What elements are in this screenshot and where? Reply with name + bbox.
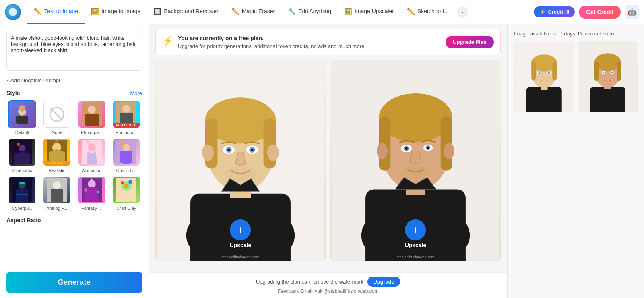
image-card-inner-1: + Upscale stablediffusionweb.com: [155, 60, 326, 261]
background-remover-icon: 🔲: [153, 8, 161, 15]
sketch-icon: ✏️: [407, 8, 415, 15]
credit-icon: ⚡: [539, 9, 546, 15]
style-label-default: Default: [15, 130, 29, 135]
style-img-none: [43, 101, 70, 128]
style-item-fantasy[interactable]: Fantasy ...: [76, 176, 107, 211]
feedback-text: Feedback Email: yuki@stablediffusionweb.…: [153, 288, 503, 294]
watermark-notice: Upgrading the plan can remove the waterm…: [153, 277, 503, 287]
style-item-photo1[interactable]: Photogra...: [76, 100, 107, 135]
style-item-photo2[interactable]: FEATURED Photogra...: [111, 100, 142, 135]
upscale-button-1[interactable]: + Upscale: [230, 219, 252, 248]
style-thumb-default: [8, 100, 36, 128]
add-negative-prompt[interactable]: › Add Negative Prompt: [6, 77, 142, 83]
svg-point-93: [603, 72, 604, 73]
style-item-realistic[interactable]: BETA Realistic: [41, 138, 72, 173]
nav-more-chevron[interactable]: ›: [457, 6, 468, 18]
sidebar-inner: › Add Negative Prompt Style More Default: [0, 24, 149, 267]
prompt-input[interactable]: [6, 31, 142, 71]
style-item-cyber[interactable]: Cyberpu...: [6, 176, 38, 211]
svg-point-33: [84, 188, 87, 192]
svg-rect-1: [16, 116, 28, 124]
style-item-cinematic[interactable]: Cinematic: [6, 138, 38, 173]
style-item-comic[interactable]: Comic B...: [111, 138, 142, 173]
svg-point-71: [400, 165, 431, 178]
thumbnail-grid: [514, 41, 638, 112]
svg-point-12: [19, 145, 25, 151]
style-label-fantasy: Fantasy ...: [81, 206, 102, 211]
style-item-animation[interactable]: Animation: [76, 138, 107, 173]
image-card-inner-2: + Upscale stablediffusionweb.com: [330, 60, 501, 261]
style-item-default[interactable]: Default: [6, 100, 38, 135]
sidebar-footer: Generate: [0, 267, 149, 298]
get-credit-button[interactable]: Get Credit: [579, 6, 621, 19]
logo[interactable]: [5, 4, 21, 20]
thumbnail-1[interactable]: [514, 41, 574, 112]
style-thumb-photo2: FEATURED: [112, 100, 140, 128]
style-thumb-none: [43, 100, 71, 128]
style-item-craft[interactable]: Craft Clay: [111, 176, 142, 211]
tab-image-upscaler-label: Image Upscaler: [355, 8, 394, 14]
svg-point-95: [611, 72, 613, 73]
style-section-header: Style More: [6, 90, 142, 96]
tab-sketch-to-image[interactable]: ✏️ Sketch to I...: [400, 0, 455, 24]
svg-point-82: [538, 72, 540, 74]
svg-point-70: [427, 147, 429, 149]
bottom-bar: Upgrading the plan can remove the waterm…: [149, 272, 507, 298]
upscale-button-2[interactable]: + Upscale: [405, 219, 427, 248]
sidebar: › Add Negative Prompt Style More Default: [0, 24, 149, 298]
nav-right: ⚡ Credit: 8 Get Credit 🤖: [534, 5, 639, 19]
tab-image-upscaler[interactable]: 🖼️ Image Upscaler: [338, 0, 400, 24]
style-label-animation: Animation: [82, 168, 101, 173]
style-img-comic: [113, 139, 140, 166]
style-img-cyber: [9, 177, 35, 203]
svg-point-2: [19, 105, 25, 112]
lightning-icon: ⚡: [162, 36, 173, 46]
style-thumb-photo1: [78, 100, 106, 128]
nav-tabs: ✏️ Text to Image 🖼️ Image to Image 🔲 Bac…: [27, 0, 530, 24]
style-thumb-fantasy: [78, 176, 106, 204]
upgrade-inline-button[interactable]: Upgrade: [367, 277, 400, 287]
style-item-none[interactable]: None: [41, 100, 72, 135]
generate-button[interactable]: Generate: [6, 272, 142, 293]
add-negative-label: Add Negative Prompt: [10, 77, 60, 83]
style-item-analog[interactable]: Analog F...: [41, 176, 72, 211]
tab-text-to-image[interactable]: ✏️ Text to Image: [27, 0, 85, 24]
tab-background-remover[interactable]: 🔲 Background Remover: [147, 0, 225, 24]
more-styles-link[interactable]: More: [130, 90, 142, 96]
style-thumb-comic: [112, 138, 140, 166]
credit-badge[interactable]: ⚡ Credit: 8: [534, 6, 575, 17]
tab-text-to-image-label: Text to Image: [44, 8, 78, 14]
main-layout: › Add Negative Prompt Style More Default: [0, 24, 644, 298]
image-card-1: + Upscale stablediffusionweb.com: [155, 60, 326, 261]
style-grid: Default None Pho: [6, 100, 142, 211]
svg-point-19: [94, 141, 98, 145]
thumbnail-2[interactable]: [578, 41, 638, 112]
svg-rect-80: [552, 62, 557, 80]
svg-rect-90: [594, 62, 598, 81]
image-area: + Upscale stablediffusionweb.com: [149, 60, 507, 272]
tab-edit-anything[interactable]: 🔧 Edit Anything: [281, 0, 338, 24]
svg-point-37: [124, 184, 129, 188]
right-panel: Image available for 7 days. Download soo…: [507, 24, 644, 298]
style-img-animation: [78, 139, 105, 166]
style-thumb-cyber: [8, 176, 36, 204]
svg-point-84: [548, 72, 550, 74]
style-thumb-animation: [78, 138, 106, 166]
style-label-craft: Craft Clay: [116, 206, 136, 211]
chevron-icon: ›: [6, 78, 8, 83]
svg-rect-26: [19, 182, 25, 184]
tab-image-to-image[interactable]: 🖼️ Image to Image: [85, 0, 147, 24]
upgrade-plan-button[interactable]: Upgrade Plan: [446, 36, 494, 48]
svg-point-34: [97, 191, 99, 193]
top-nav: ✏️ Text to Image 🖼️ Image to Image 🔲 Bac…: [0, 0, 644, 24]
right-panel-title: Image available for 7 days. Download soo…: [514, 31, 638, 37]
svg-point-6: [88, 106, 96, 114]
svg-point-73: [444, 143, 454, 159]
upgrade-banner: ⚡ You are currently on a free plan. Upgr…: [155, 29, 501, 55]
tab-magic-eraser[interactable]: ✏️ Magic Eraser: [225, 0, 281, 24]
magic-eraser-icon: ✏️: [231, 8, 239, 15]
svg-rect-79: [531, 62, 536, 80]
banner-text: You are currently on a free plan. Upgrad…: [178, 35, 441, 49]
style-label-comic: Comic B...: [116, 168, 137, 173]
logo-inner: [9, 8, 17, 16]
